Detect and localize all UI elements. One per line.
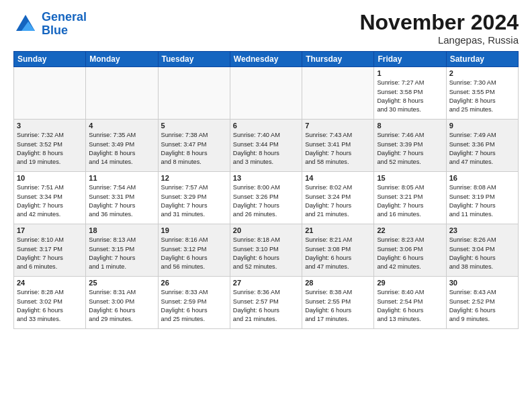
day-info: Sunrise: 8:28 AM Sunset: 3:02 PM Dayligh…	[17, 288, 83, 324]
calendar-cell	[86, 67, 158, 120]
logo-line1: General	[42, 10, 87, 24]
col-saturday: Saturday	[446, 52, 518, 67]
day-info: Sunrise: 7:51 AM Sunset: 3:34 PM Dayligh…	[17, 183, 83, 219]
day-info: Sunrise: 8:36 AM Sunset: 2:57 PM Dayligh…	[233, 288, 299, 324]
calendar-cell: 5Sunrise: 7:38 AM Sunset: 3:47 PM Daylig…	[158, 120, 230, 172]
calendar-row-2: 10Sunrise: 7:51 AM Sunset: 3:34 PM Dayli…	[14, 172, 519, 224]
day-number: 30	[449, 279, 515, 287]
calendar-cell: 27Sunrise: 8:36 AM Sunset: 2:57 PM Dayli…	[230, 277, 302, 329]
col-friday: Friday	[374, 52, 446, 67]
day-number: 8	[377, 122, 443, 130]
calendar-cell	[158, 67, 230, 120]
day-info: Sunrise: 8:31 AM Sunset: 3:00 PM Dayligh…	[89, 288, 154, 324]
col-thursday: Thursday	[302, 52, 374, 67]
day-number: 13	[233, 174, 299, 182]
day-number: 12	[161, 174, 227, 182]
day-info: Sunrise: 8:33 AM Sunset: 2:59 PM Dayligh…	[161, 288, 227, 324]
day-info: Sunrise: 8:13 AM Sunset: 3:15 PM Dayligh…	[89, 236, 154, 271]
day-info: Sunrise: 7:35 AM Sunset: 3:49 PM Dayligh…	[89, 131, 154, 167]
day-info: Sunrise: 7:46 AM Sunset: 3:39 PM Dayligh…	[377, 131, 443, 167]
day-number: 24	[17, 279, 83, 287]
day-number: 23	[449, 226, 515, 234]
col-monday: Monday	[86, 52, 158, 67]
day-number: 10	[17, 174, 83, 182]
calendar-cell: 28Sunrise: 8:38 AM Sunset: 2:55 PM Dayli…	[302, 277, 374, 329]
day-info: Sunrise: 8:21 AM Sunset: 3:08 PM Dayligh…	[305, 236, 371, 271]
day-number: 9	[449, 122, 515, 130]
calendar-cell	[14, 67, 86, 120]
day-info: Sunrise: 7:38 AM Sunset: 3:47 PM Dayligh…	[161, 131, 227, 167]
logo-icon	[13, 12, 38, 36]
day-number: 15	[377, 174, 443, 182]
calendar-cell: 18Sunrise: 8:13 AM Sunset: 3:15 PM Dayli…	[86, 224, 158, 277]
day-info: Sunrise: 8:38 AM Sunset: 2:55 PM Dayligh…	[305, 288, 371, 324]
calendar-cell: 20Sunrise: 8:18 AM Sunset: 3:10 PM Dayli…	[230, 224, 302, 277]
day-number: 1	[377, 69, 443, 77]
logo-line2: Blue	[42, 24, 68, 37]
calendar-cell: 17Sunrise: 8:10 AM Sunset: 3:17 PM Dayli…	[14, 224, 86, 277]
calendar-cell: 30Sunrise: 8:43 AM Sunset: 2:52 PM Dayli…	[446, 277, 518, 329]
day-info: Sunrise: 8:23 AM Sunset: 3:06 PM Dayligh…	[377, 236, 443, 271]
calendar-row-4: 24Sunrise: 8:28 AM Sunset: 3:02 PM Dayli…	[14, 277, 519, 329]
col-tuesday: Tuesday	[158, 52, 230, 67]
day-info: Sunrise: 8:43 AM Sunset: 2:52 PM Dayligh…	[449, 288, 515, 324]
day-number: 3	[17, 122, 83, 130]
day-number: 2	[449, 69, 515, 77]
day-number: 5	[161, 122, 227, 130]
day-info: Sunrise: 8:00 AM Sunset: 3:26 PM Dayligh…	[233, 183, 299, 219]
day-info: Sunrise: 7:27 AM Sunset: 3:58 PM Dayligh…	[377, 79, 443, 114]
day-info: Sunrise: 8:05 AM Sunset: 3:21 PM Dayligh…	[377, 183, 443, 219]
calendar-cell: 16Sunrise: 8:08 AM Sunset: 3:19 PM Dayli…	[446, 172, 518, 224]
day-info: Sunrise: 7:49 AM Sunset: 3:36 PM Dayligh…	[449, 131, 515, 167]
day-number: 18	[89, 226, 154, 234]
day-number: 16	[449, 174, 515, 182]
location: Langepas, Russia	[359, 34, 519, 46]
day-info: Sunrise: 7:54 AM Sunset: 3:31 PM Dayligh…	[89, 183, 154, 219]
day-info: Sunrise: 8:18 AM Sunset: 3:10 PM Dayligh…	[233, 236, 299, 271]
day-number: 25	[89, 279, 154, 287]
month-title: November 2024	[359, 11, 519, 34]
calendar-cell: 22Sunrise: 8:23 AM Sunset: 3:06 PM Dayli…	[374, 224, 446, 277]
day-number: 17	[17, 226, 83, 234]
day-number: 28	[305, 279, 371, 287]
calendar-cell: 19Sunrise: 8:16 AM Sunset: 3:12 PM Dayli…	[158, 224, 230, 277]
calendar-cell	[302, 67, 374, 120]
day-number: 14	[305, 174, 371, 182]
calendar-row-3: 17Sunrise: 8:10 AM Sunset: 3:17 PM Dayli…	[14, 224, 519, 277]
calendar-row-0: 1Sunrise: 7:27 AM Sunset: 3:58 PM Daylig…	[14, 67, 519, 120]
day-number: 4	[89, 122, 154, 130]
day-info: Sunrise: 7:40 AM Sunset: 3:44 PM Dayligh…	[233, 131, 299, 167]
calendar-cell: 13Sunrise: 8:00 AM Sunset: 3:26 PM Dayli…	[230, 172, 302, 224]
calendar-cell: 1Sunrise: 7:27 AM Sunset: 3:58 PM Daylig…	[374, 67, 446, 120]
header: General Blue November 2024 Langepas, Rus…	[13, 11, 519, 46]
calendar-cell: 11Sunrise: 7:54 AM Sunset: 3:31 PM Dayli…	[86, 172, 158, 224]
day-number: 7	[305, 122, 371, 130]
calendar-cell: 7Sunrise: 7:43 AM Sunset: 3:41 PM Daylig…	[302, 120, 374, 172]
day-info: Sunrise: 8:08 AM Sunset: 3:19 PM Dayligh…	[449, 183, 515, 219]
day-number: 26	[161, 279, 227, 287]
calendar-cell: 9Sunrise: 7:49 AM Sunset: 3:36 PM Daylig…	[446, 120, 518, 172]
calendar-cell: 10Sunrise: 7:51 AM Sunset: 3:34 PM Dayli…	[14, 172, 86, 224]
day-info: Sunrise: 8:16 AM Sunset: 3:12 PM Dayligh…	[161, 236, 227, 271]
title-block: November 2024 Langepas, Russia	[359, 11, 519, 46]
day-number: 29	[377, 279, 443, 287]
day-info: Sunrise: 7:43 AM Sunset: 3:41 PM Dayligh…	[305, 131, 371, 167]
calendar-cell: 24Sunrise: 8:28 AM Sunset: 3:02 PM Dayli…	[14, 277, 86, 329]
day-info: Sunrise: 7:32 AM Sunset: 3:52 PM Dayligh…	[17, 131, 83, 167]
page: General Blue November 2024 Langepas, Rus…	[0, 0, 532, 411]
calendar-cell: 15Sunrise: 8:05 AM Sunset: 3:21 PM Dayli…	[374, 172, 446, 224]
calendar-cell: 29Sunrise: 8:40 AM Sunset: 2:54 PM Dayli…	[374, 277, 446, 329]
calendar-cell: 25Sunrise: 8:31 AM Sunset: 3:00 PM Dayli…	[86, 277, 158, 329]
day-number: 19	[161, 226, 227, 234]
col-sunday: Sunday	[14, 52, 86, 67]
calendar-cell: 23Sunrise: 8:26 AM Sunset: 3:04 PM Dayli…	[446, 224, 518, 277]
day-number: 11	[89, 174, 154, 182]
calendar-cell: 8Sunrise: 7:46 AM Sunset: 3:39 PM Daylig…	[374, 120, 446, 172]
calendar-header-row: Sunday Monday Tuesday Wednesday Thursday…	[14, 52, 519, 67]
calendar-cell: 3Sunrise: 7:32 AM Sunset: 3:52 PM Daylig…	[14, 120, 86, 172]
calendar-cell: 14Sunrise: 8:02 AM Sunset: 3:24 PM Dayli…	[302, 172, 374, 224]
day-info: Sunrise: 7:30 AM Sunset: 3:55 PM Dayligh…	[449, 79, 515, 114]
calendar-cell: 4Sunrise: 7:35 AM Sunset: 3:49 PM Daylig…	[86, 120, 158, 172]
day-number: 27	[233, 279, 299, 287]
day-info: Sunrise: 8:10 AM Sunset: 3:17 PM Dayligh…	[17, 236, 83, 271]
